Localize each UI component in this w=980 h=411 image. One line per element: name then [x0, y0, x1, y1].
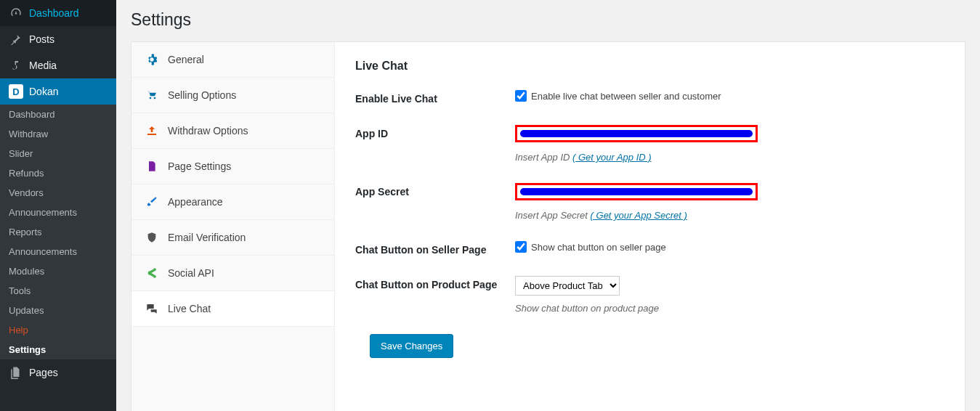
tab-label: Email Verification — [168, 232, 246, 243]
dokan-icon: D — [9, 84, 23, 99]
appsecret-link[interactable]: ( Get your App Secret ) — [591, 210, 687, 221]
sidebar-label: Media — [29, 60, 57, 71]
sidebar-label: Dashboard — [29, 7, 79, 19]
tab-selling[interactable]: Selling Options — [131, 78, 334, 113]
tab-label: Withdraw Options — [168, 125, 248, 137]
row-appsecret: App Secret Insert App Secret ( Get your … — [355, 183, 944, 221]
product-btn-select[interactable]: Above Product Tab — [515, 276, 620, 296]
label-appid: App ID — [355, 125, 515, 139]
row-product-btn: Chat Button on Product Page Above Produc… — [355, 276, 944, 314]
pages-icon — [9, 365, 23, 380]
tab-appearance[interactable]: Appearance — [131, 184, 334, 220]
tab-email[interactable]: Email Verification — [131, 220, 334, 256]
enable-chat-text: Enable live chat between seller and cust… — [531, 91, 721, 102]
tab-label: General — [168, 54, 204, 65]
appsecret-input[interactable] — [520, 188, 753, 195]
tab-general[interactable]: General — [131, 42, 334, 78]
admin-sidebar: Dashboard Posts Media D Dokan Dashboard … — [0, 0, 116, 411]
tab-label: Selling Options — [168, 89, 236, 101]
sub-withdraw[interactable]: Withdraw — [0, 124, 116, 144]
tab-label: Live Chat — [168, 303, 211, 314]
sidebar-item-pages[interactable]: Pages — [0, 359, 116, 386]
sidebar-label: Posts — [29, 33, 54, 45]
appid-link[interactable]: ( Get your App ID ) — [572, 152, 652, 163]
sub-settings[interactable]: Settings — [0, 340, 116, 359]
appsecret-input-highlight — [515, 183, 758, 200]
appid-hint-text: Insert App ID — [515, 152, 572, 163]
label-appsecret: App Secret — [355, 183, 515, 198]
tab-withdraw[interactable]: Withdraw Options — [131, 113, 334, 149]
sidebar-label: Pages — [29, 367, 58, 378]
page-title: Settings — [131, 10, 965, 30]
seller-btn-checkbox[interactable] — [515, 241, 527, 253]
sub-slider[interactable]: Slider — [0, 144, 116, 163]
sidebar-label: Dokan — [29, 86, 58, 97]
section-title: Live Chat — [355, 60, 944, 73]
label-enable-chat: Enable Live Chat — [355, 90, 515, 105]
row-appid: App ID Insert App ID ( Get your App ID ) — [355, 125, 944, 163]
seller-btn-toggle[interactable]: Show chat button on seller page — [515, 241, 944, 253]
active-notch — [116, 86, 122, 97]
tab-livechat[interactable]: Live Chat — [131, 291, 334, 327]
settings-panel: General Selling Options Withdraw Options… — [131, 41, 965, 411]
gauge-icon — [9, 6, 23, 20]
share-icon — [145, 267, 159, 279]
shield-icon — [145, 232, 159, 243]
sub-help[interactable]: Help — [0, 320, 116, 340]
gear-icon — [145, 54, 159, 65]
brush-icon — [145, 196, 159, 208]
tab-page[interactable]: Page Settings — [131, 149, 334, 184]
label-seller-btn: Chat Button on Seller Page — [355, 241, 515, 256]
upload-icon — [145, 125, 159, 137]
sub-announcements[interactable]: Announcements — [0, 203, 116, 222]
media-icon — [9, 58, 23, 73]
settings-tabs: General Selling Options Withdraw Options… — [131, 42, 335, 411]
enable-chat-checkbox[interactable] — [515, 90, 527, 102]
tab-spacer — [131, 327, 334, 411]
sub-reports[interactable]: Reports — [0, 222, 116, 242]
pin-icon — [9, 32, 23, 46]
label-product-btn: Chat Button on Product Page — [355, 276, 515, 290]
seller-btn-text: Show chat button on seller page — [531, 242, 666, 253]
enable-chat-toggle[interactable]: Enable live chat between seller and cust… — [515, 90, 944, 102]
row-seller-btn: Chat Button on Seller Page Show chat but… — [355, 241, 944, 256]
sub-modules[interactable]: Modules — [0, 261, 116, 281]
settings-body: Live Chat Enable Live Chat Enable live c… — [335, 42, 965, 411]
appsecret-hint-text: Insert App Secret — [515, 210, 591, 221]
sidebar-item-media[interactable]: Media — [0, 52, 116, 78]
chat-icon — [145, 303, 159, 314]
product-btn-hint: Show chat button on product page — [515, 303, 944, 314]
appid-input-highlight — [515, 125, 758, 142]
sidebar-item-posts[interactable]: Posts — [0, 26, 116, 52]
sub-dashboard[interactable]: Dashboard — [0, 105, 116, 124]
sidebar-item-dashboard[interactable]: Dashboard — [0, 0, 116, 26]
sidebar-item-dokan[interactable]: D Dokan — [0, 78, 116, 105]
sub-tools[interactable]: Tools — [0, 281, 116, 301]
row-enable-chat: Enable Live Chat Enable live chat betwee… — [355, 90, 944, 105]
sub-updates[interactable]: Updates — [0, 301, 116, 320]
cart-icon — [145, 89, 159, 101]
content-area: Settings General Selling Options Withdra — [116, 0, 980, 411]
sidebar-submenu: Dashboard Withdraw Slider Refunds Vendor… — [0, 105, 116, 359]
sub-refunds[interactable]: Refunds — [0, 163, 116, 183]
sub-vendors[interactable]: Vendors — [0, 183, 116, 203]
tab-label: Page Settings — [168, 160, 231, 172]
tab-social[interactable]: Social API — [131, 256, 334, 291]
appid-input[interactable] — [520, 130, 753, 137]
page-icon — [145, 160, 159, 172]
appsecret-hint: Insert App Secret ( Get your App Secret … — [515, 210, 944, 221]
tab-label: Social API — [168, 267, 214, 279]
save-button[interactable]: Save Changes — [370, 334, 453, 358]
appid-hint: Insert App ID ( Get your App ID ) — [515, 152, 944, 163]
sub-announcements-2[interactable]: Announcements — [0, 242, 116, 261]
tab-label: Appearance — [168, 196, 223, 208]
